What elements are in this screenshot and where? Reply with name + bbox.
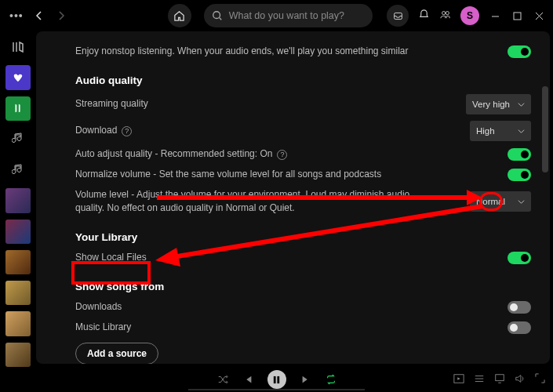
section-autoplay-title: Autoplay xyxy=(75,31,531,38)
volume-icon[interactable] xyxy=(515,373,526,387)
volume-level-label: Volume level - Adjust the volume for you… xyxy=(75,188,413,216)
devices-icon[interactable] xyxy=(494,373,505,387)
chevron-down-icon xyxy=(518,101,525,108)
streaming-quality-label: Streaming quality xyxy=(75,97,148,111)
show-local-files-label: Show Local Files xyxy=(75,251,147,264)
sidebar-playlist-2[interactable] xyxy=(5,158,31,182)
search-input[interactable]: What do you want to play? xyxy=(204,4,373,27)
download-quality-label: Download? xyxy=(75,124,132,137)
download-quality-value: High xyxy=(476,126,495,136)
sidebar-your-episodes[interactable] xyxy=(5,96,31,121)
player-bar xyxy=(0,367,553,392)
title-bar: ••• What do you want to play? S xyxy=(0,0,553,31)
section-songs-from-title: Show songs from xyxy=(75,281,531,292)
svg-point-3 xyxy=(446,11,449,14)
chevron-down-icon xyxy=(518,198,525,205)
now-playing-view-icon[interactable] xyxy=(453,373,464,387)
section-library-title: Your Library xyxy=(75,231,531,243)
fullscreen-icon[interactable] xyxy=(535,373,545,386)
queue-icon[interactable] xyxy=(474,373,485,387)
songs-from-downloads-toggle[interactable] xyxy=(508,301,531,314)
add-source-button[interactable]: Add a source xyxy=(75,343,158,364)
chevron-down-icon xyxy=(518,128,525,135)
svg-rect-4 xyxy=(514,13,521,20)
previous-button[interactable] xyxy=(242,374,253,385)
auto-adjust-label: Auto adjust quality - Recommended settin… xyxy=(75,147,287,161)
settings-panel: Autoplay Enjoy nonstop listening. When y… xyxy=(36,31,550,364)
section-audio-title: Audio quality xyxy=(75,74,531,86)
normalize-toggle[interactable] xyxy=(508,169,531,181)
sidebar-item-thumb-6[interactable] xyxy=(5,343,31,367)
sidebar-item-thumb-1[interactable] xyxy=(5,188,31,212)
friends-icon[interactable] xyxy=(439,9,451,24)
songs-from-music-library-toggle[interactable] xyxy=(508,321,531,334)
next-button[interactable] xyxy=(300,374,311,385)
sidebar-item-thumb-3[interactable] xyxy=(5,250,31,274)
avatar[interactable]: S xyxy=(460,6,479,25)
streaming-quality-value: Very high xyxy=(472,100,510,109)
play-pause-button[interactable] xyxy=(267,370,286,389)
add-source-label: Add a source xyxy=(87,348,147,359)
shuffle-button[interactable] xyxy=(217,374,228,385)
normalize-label: Normalize volume - Set the same volume l… xyxy=(75,168,381,181)
svg-rect-5 xyxy=(274,376,276,383)
svg-rect-6 xyxy=(277,376,279,383)
back-button[interactable] xyxy=(31,8,47,24)
streaming-quality-select[interactable]: Very high xyxy=(466,94,531,114)
volume-level-select[interactable]: Normal xyxy=(470,191,531,212)
inbox-button[interactable] xyxy=(387,5,409,27)
autoplay-desc: Enjoy nonstop listening. When your audio… xyxy=(75,45,409,58)
window-maximize-icon[interactable] xyxy=(511,9,523,22)
sidebar xyxy=(0,31,36,367)
avatar-initial: S xyxy=(467,10,473,21)
svg-rect-8 xyxy=(496,374,504,380)
notifications-icon[interactable] xyxy=(418,9,430,24)
search-placeholder: What do you want to play? xyxy=(229,10,344,21)
search-icon xyxy=(212,10,223,21)
help-icon[interactable]: ? xyxy=(277,150,287,160)
autoplay-toggle[interactable] xyxy=(508,45,531,58)
sidebar-liked-songs[interactable] xyxy=(5,65,31,89)
forward-button[interactable] xyxy=(53,8,69,24)
show-local-files-toggle[interactable] xyxy=(508,252,531,264)
svg-point-0 xyxy=(213,12,220,19)
repeat-button[interactable] xyxy=(326,374,337,385)
download-quality-select[interactable]: High xyxy=(470,121,531,141)
songs-from-downloads-label: Downloads xyxy=(75,300,122,314)
home-button[interactable] xyxy=(168,4,191,27)
sidebar-item-thumb-4[interactable] xyxy=(5,281,31,305)
auto-adjust-toggle[interactable] xyxy=(508,148,531,161)
svg-point-2 xyxy=(442,11,446,14)
songs-from-music-library-label: Music Library xyxy=(75,321,131,334)
help-icon[interactable]: ? xyxy=(122,126,132,136)
volume-level-value: Normal xyxy=(476,197,505,206)
library-collapse-icon[interactable] xyxy=(5,34,31,59)
sidebar-item-thumb-2[interactable] xyxy=(5,220,31,244)
window-close-icon[interactable] xyxy=(533,9,545,22)
sidebar-playlist-1[interactable] xyxy=(5,127,31,151)
more-menu-icon[interactable]: ••• xyxy=(8,9,25,22)
window-minimize-icon[interactable] xyxy=(489,9,501,22)
progress-bar[interactable] xyxy=(188,389,365,390)
sidebar-item-thumb-5[interactable] xyxy=(5,311,31,336)
